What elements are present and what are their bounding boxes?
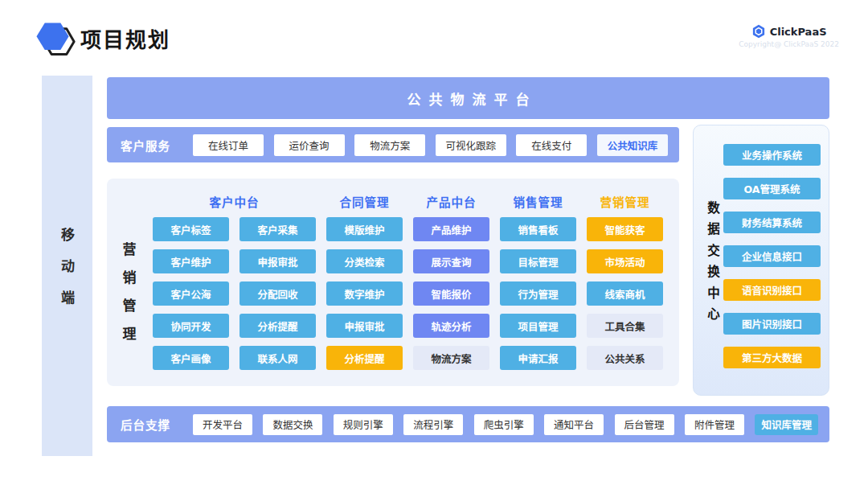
module-button[interactable]: 市场活动	[587, 249, 663, 273]
module-button[interactable]: 智能报价	[413, 281, 489, 306]
module-button[interactable]: 轨迹分析	[413, 314, 489, 338]
backend-button[interactable]: 附件管理	[685, 414, 744, 435]
module-button[interactable]: 产品维护	[413, 217, 489, 241]
service-button[interactable]: 在线支付	[516, 134, 587, 156]
marketing-side-label: 营销管理	[115, 218, 142, 379]
module-button[interactable]: 物流方案	[413, 346, 489, 370]
backend-button[interactable]: 规则引擎	[334, 414, 393, 435]
data-exchange-panel: 数据交换中心 业务操作系统OA管理系统财务结算系统企业信息接口语音识别接口图片识…	[693, 125, 829, 396]
module-button[interactable]: 展示查询	[413, 249, 489, 273]
project-hexagon-icon	[31, 16, 76, 61]
backend-support-row: 后台支撑 开发平台数据交换规则引擎流程引擎爬虫引擎通知平台后台管理附件管理知识库…	[107, 406, 829, 442]
column-header: 销售管理	[500, 193, 576, 210]
module-button[interactable]: 目标管理	[500, 249, 576, 273]
module-button[interactable]: 分配回收	[240, 281, 316, 306]
column-header: 合同管理	[326, 193, 403, 210]
service-button[interactable]: 在线订单	[193, 134, 264, 156]
marketing-panel: 营销管理 客户中台合同管理产品中台销售管理营销管理 客户标签客户采集模版维护产品…	[107, 179, 679, 386]
brand-name: ClickPaaS	[770, 26, 827, 38]
integration-button[interactable]: 第三方大数据	[723, 347, 821, 368]
backend-button[interactable]: 数据交换	[263, 414, 322, 435]
module-button[interactable]: 客户画像	[153, 346, 229, 370]
module-button[interactable]: 申请汇报	[500, 346, 576, 370]
module-button[interactable]: 客户维护	[153, 249, 229, 273]
backend-button[interactable]: 开发平台	[193, 414, 252, 435]
module-button[interactable]: 分类检索	[326, 249, 403, 273]
backend-button[interactable]: 通知平台	[544, 414, 604, 435]
customer-service-row: 客户服务 在线订单运价查询物流方案可视化跟踪在线支付公共知识库	[107, 127, 679, 162]
integration-button[interactable]: 企业信息接口	[723, 245, 821, 267]
module-button[interactable]: 客户采集	[240, 217, 316, 241]
module-button[interactable]: 销售看板	[500, 217, 576, 241]
column-header: 产品中台	[413, 193, 489, 210]
mobile-rail-label: 移动端	[57, 228, 77, 322]
module-button[interactable]: 线索商机	[587, 281, 663, 306]
module-button[interactable]: 客户公海	[153, 281, 229, 306]
backend-support-label: 后台支撑	[121, 416, 170, 433]
module-grid: 客户标签客户采集模版维护产品维护销售看板智能获客客户维护申报审批分类检索展示查询…	[153, 217, 663, 370]
column-header: 客户中台	[153, 193, 316, 210]
module-button[interactable]: 分析提醒	[240, 314, 316, 338]
backend-button[interactable]: 流程引擎	[403, 414, 463, 435]
module-button[interactable]: 公共关系	[587, 346, 663, 370]
integration-button[interactable]: 图片识别接口	[723, 313, 821, 335]
module-button[interactable]: 智能获客	[587, 217, 663, 241]
backend-button[interactable]: 后台管理	[615, 414, 674, 435]
banner-label: 公共物流平台	[399, 88, 538, 109]
module-button[interactable]: 协同开发	[153, 314, 229, 338]
service-button[interactable]: 可视化跟踪	[436, 134, 506, 156]
data-exchange-buttons: 业务操作系统OA管理系统财务结算系统企业信息接口语音识别接口图片识别接口第三方大…	[723, 144, 821, 368]
module-button[interactable]: 项目管理	[500, 314, 576, 338]
column-header: 营销管理	[587, 193, 663, 210]
page-title: 项目规划	[80, 23, 170, 53]
data-exchange-label: 数据交换中心	[702, 130, 723, 400]
module-button[interactable]: 联系人网	[240, 346, 316, 370]
integration-button[interactable]: OA管理系统	[723, 178, 821, 199]
mobile-rail: 移动端	[42, 76, 92, 456]
module-button[interactable]: 数字维护	[326, 281, 403, 306]
brand-copyright: Copyright@ ClickPaaS 2022	[739, 40, 839, 48]
backend-button[interactable]: 爬虫引擎	[474, 414, 534, 435]
service-button[interactable]: 运价查询	[274, 134, 345, 156]
customer-service-label: 客户服务	[121, 137, 170, 154]
clickpaas-logo-icon	[751, 24, 766, 39]
service-button[interactable]: 物流方案	[354, 134, 425, 156]
module-button[interactable]: 申报审批	[240, 249, 316, 273]
module-button[interactable]: 行为管理	[500, 281, 576, 306]
integration-button[interactable]: 业务操作系统	[723, 144, 821, 166]
backend-support-buttons: 开发平台数据交换规则引擎流程引擎爬虫引擎通知平台后台管理附件管理知识库管理	[193, 414, 818, 435]
module-button[interactable]: 工具合集	[587, 314, 663, 338]
module-button[interactable]: 分析提醒	[326, 346, 403, 370]
module-button[interactable]: 申报审批	[326, 314, 403, 338]
integration-button[interactable]: 语音识别接口	[723, 279, 821, 301]
backend-button[interactable]: 知识库管理	[755, 414, 818, 435]
public-logistics-banner: 公共物流平台	[107, 77, 829, 119]
customer-service-buttons: 在线订单运价查询物流方案可视化跟踪在线支付公共知识库	[193, 134, 668, 156]
module-button[interactable]: 模版维护	[326, 217, 403, 241]
brand-block: ClickPaaS Copyright@ ClickPaaS 2022	[739, 24, 839, 48]
column-headers: 客户中台合同管理产品中台销售管理营销管理	[153, 188, 663, 214]
service-button[interactable]: 公共知识库	[597, 134, 668, 156]
module-button[interactable]: 客户标签	[153, 217, 229, 241]
integration-button[interactable]: 财务结算系统	[723, 212, 821, 233]
